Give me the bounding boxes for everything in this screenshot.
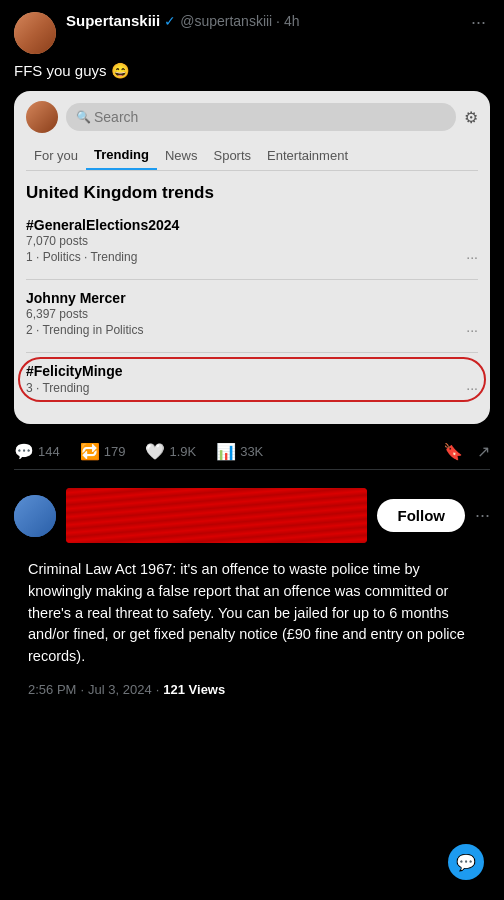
card-search-bar: 🔍 ⚙ — [26, 101, 478, 133]
trend-item-3[interactable]: #FelicityMinge 3 · Trending ··· — [26, 363, 478, 396]
card-tabs: For you Trending News Sports Entertainme… — [26, 141, 478, 171]
retweet-icon: 🔁 — [80, 442, 100, 461]
avatar[interactable] — [14, 12, 56, 54]
tweet-text: FFS you guys 😄 — [14, 60, 490, 81]
username: Supertanskiii — [66, 12, 160, 29]
card-avatar — [26, 101, 58, 133]
red-scribble-overlay — [66, 488, 367, 543]
trend-item-2[interactable]: Johnny Mercer 6,397 posts 2 · Trending i… — [26, 290, 478, 338]
user-info: Supertanskiii ✓ @supertanskiii · 4h — [66, 12, 457, 29]
trend-tag-3: #FelicityMinge — [26, 363, 478, 379]
footer-dot-2: · — [156, 682, 160, 697]
footer-views: 121 Views — [163, 682, 225, 697]
more-options-button[interactable]: ··· — [467, 12, 490, 33]
tweet-actions: 💬 144 🔁 179 🤍 1.9K 📊 33K 🔖 ↗ — [14, 434, 490, 470]
footer-dot: · — [80, 682, 84, 697]
retweet-action[interactable]: 🔁 179 — [80, 442, 126, 461]
verified-icon: ✓ — [164, 13, 176, 29]
views-count: 33K — [240, 444, 263, 459]
reply-icon: 💬 — [14, 442, 34, 461]
actions-right: 🔖 ↗ — [443, 442, 490, 461]
gear-icon[interactable]: ⚙ — [464, 108, 478, 127]
trend-item-1[interactable]: #GeneralElections2024 7,070 posts 1 · Po… — [26, 217, 478, 265]
trend-meta-3: 3 · Trending ··· — [26, 380, 478, 396]
like-count: 1.9K — [169, 444, 196, 459]
tweet-header: Supertanskiii ✓ @supertanskiii · 4h ··· — [14, 12, 490, 54]
reply-count: 144 — [38, 444, 60, 459]
share-action[interactable]: ↗ — [477, 442, 490, 461]
handle-time: @supertanskiii · 4h — [180, 13, 299, 29]
card-search-wrapper: 🔍 — [66, 103, 456, 131]
views-action[interactable]: 📊 33K — [216, 442, 263, 461]
follow-button[interactable]: Follow — [377, 499, 465, 532]
trend-posts-1: 7,070 posts — [26, 234, 478, 248]
trend-tag-1: #GeneralElections2024 — [26, 217, 478, 233]
reply-action[interactable]: 💬 144 — [14, 442, 60, 461]
tab-for-you[interactable]: For you — [26, 142, 86, 169]
footer-date: Jul 3, 2024 — [88, 682, 152, 697]
bookmark-icon: 🔖 — [443, 442, 463, 461]
tab-entertainment[interactable]: Entertainment — [259, 142, 356, 169]
tab-trending[interactable]: Trending — [86, 141, 157, 170]
more-options-button-2[interactable]: ··· — [475, 505, 490, 526]
share-icon: ↗ — [477, 442, 490, 461]
bookmark-action[interactable]: 🔖 — [443, 442, 463, 461]
views-icon: 📊 — [216, 442, 236, 461]
tweet-footer: 2:56 PM · Jul 3, 2024 · 121 Views — [14, 676, 490, 707]
trend-dots-3[interactable]: ··· — [466, 380, 478, 396]
trend-posts-2: 6,397 posts — [26, 307, 478, 321]
tab-news[interactable]: News — [157, 142, 206, 169]
criminal-law-text: Criminal Law Act 1967: it's an offence t… — [14, 553, 490, 676]
chat-icon: 💬 — [456, 853, 476, 872]
second-tweet-header: Follow ··· — [14, 488, 490, 543]
chat-bubble-button[interactable]: 💬 — [448, 844, 484, 880]
footer-time: 2:56 PM — [28, 682, 76, 697]
trend-meta-2: 2 · Trending in Politics ··· — [26, 322, 478, 338]
second-avatar[interactable] — [14, 495, 56, 537]
tab-sports[interactable]: Sports — [205, 142, 259, 169]
search-input[interactable] — [66, 103, 456, 131]
trend-dots-1[interactable]: ··· — [466, 249, 478, 265]
trend-tag-2: Johnny Mercer — [26, 290, 478, 306]
trend-dots-2[interactable]: ··· — [466, 322, 478, 338]
screenshot-card: 🔍 ⚙ For you Trending News Sports Enterta… — [14, 91, 490, 424]
second-tweet: Follow ··· Criminal Law Act 1967: it's a… — [0, 478, 504, 707]
trend-meta-1: 1 · Politics · Trending ··· — [26, 249, 478, 265]
like-action[interactable]: 🤍 1.9K — [145, 442, 196, 461]
search-icon: 🔍 — [76, 110, 91, 124]
section-title: United Kingdom trends — [26, 183, 478, 203]
heart-icon: 🤍 — [145, 442, 165, 461]
retweet-count: 179 — [104, 444, 126, 459]
